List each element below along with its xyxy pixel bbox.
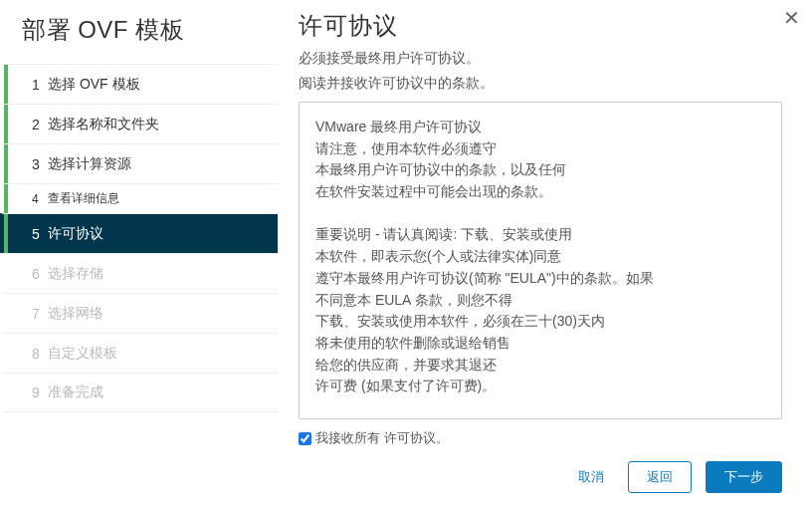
accept-row[interactable]: 我接收所有 许可协议。 (299, 429, 782, 447)
step-number: 7 (32, 306, 48, 322)
wizard-main: 许可协议 必须接受最终用户许可协议。 阅读并接收许可协议中的条款。 VMware… (279, 0, 812, 507)
wizard-step-3[interactable]: 3 选择计算资源 (0, 143, 278, 183)
step-label: 选择计算资源 (48, 155, 131, 173)
eula-textbox[interactable]: VMware 最终用户许可协议 请注意，使用本软件必须遵守 本最终用户许可协议中… (299, 102, 782, 419)
wizard-step-7: 7 选择网络 (0, 293, 278, 333)
dialog-title: 部署 OVF 模板 (0, 10, 278, 64)
step-label: 自定义模板 (48, 345, 117, 363)
wizard-footer: 取消 返回 下一步 (299, 447, 782, 493)
accept-label: 我接收所有 许可协议。 (315, 429, 449, 447)
step-number: 9 (32, 384, 48, 400)
wizard-step-9: 9 准备完成 (0, 373, 278, 412)
wizard-steps: 1 选择 OVF 模板2 选择名称和文件夹3 选择计算资源4 查看详细信息5 许… (0, 64, 278, 412)
back-button[interactable]: 返回 (628, 461, 692, 493)
step-label: 选择存储 (48, 265, 103, 283)
step-label: 准备完成 (48, 383, 103, 401)
step-number: 3 (32, 156, 48, 172)
cancel-button[interactable]: 取消 (568, 462, 614, 492)
step-label: 选择名称和文件夹 (48, 116, 159, 133)
wizard-step-2[interactable]: 2 选择名称和文件夹 (0, 104, 278, 143)
wizard-sidebar: 部署 OVF 模板 1 选择 OVF 模板2 选择名称和文件夹3 选择计算资源4… (0, 0, 279, 507)
step-number: 1 (32, 77, 48, 93)
wizard-step-6: 6 选择存储 (0, 253, 278, 293)
page-subtitle-1: 必须接受最终用户许可协议。 (299, 48, 782, 69)
step-number: 2 (32, 117, 48, 132)
wizard-step-8: 8 自定义模板 (0, 333, 278, 373)
next-button[interactable]: 下一步 (706, 461, 782, 493)
step-number: 4 (32, 192, 48, 206)
step-label: 查看详细信息 (48, 190, 119, 207)
wizard-step-1[interactable]: 1 选择 OVF 模板 (0, 64, 278, 104)
step-number: 8 (32, 346, 48, 362)
page-subtitle-2: 阅读并接收许可协议中的条款。 (299, 73, 782, 94)
step-label: 选择网络 (48, 305, 103, 323)
ovf-deploy-dialog: ✕ 部署 OVF 模板 1 选择 OVF 模板2 选择名称和文件夹3 选择计算资… (0, 0, 812, 507)
wizard-step-5[interactable]: 5 许可协议 (0, 213, 278, 253)
step-label: 许可协议 (48, 225, 103, 243)
wizard-step-4[interactable]: 4 查看详细信息 (0, 183, 278, 213)
step-number: 6 (32, 266, 48, 282)
step-number: 5 (32, 226, 48, 242)
accept-checkbox[interactable] (299, 432, 311, 445)
page-heading: 许可协议 (299, 10, 782, 42)
step-label: 选择 OVF 模板 (48, 76, 140, 94)
